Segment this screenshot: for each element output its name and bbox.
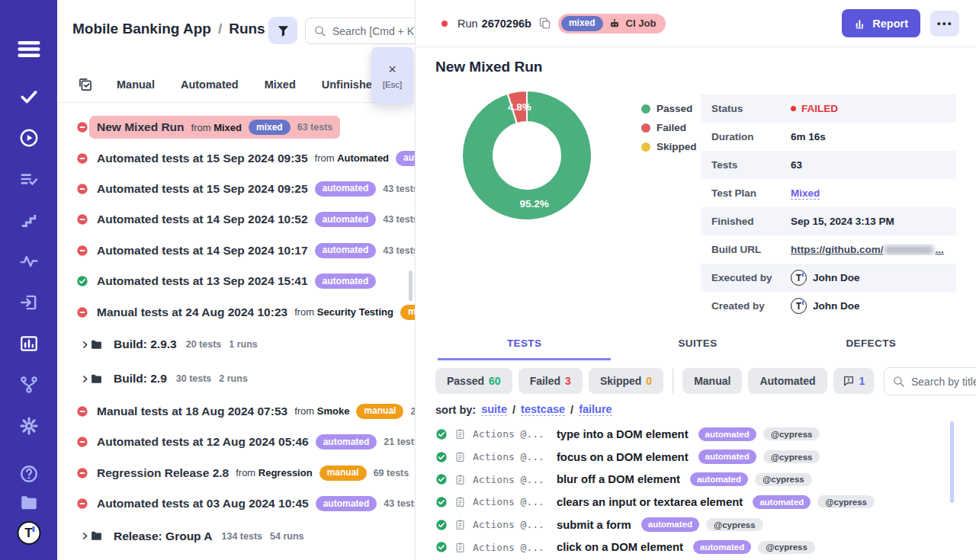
test-type-badge: automated bbox=[690, 472, 748, 486]
run-title: Automated tests at 12 Aug 2024 05:46 bbox=[97, 435, 309, 449]
run-type-badge: manual bbox=[356, 404, 403, 419]
info-label: Finished bbox=[711, 216, 791, 227]
sort-by-suite[interactable]: suite bbox=[481, 403, 507, 416]
test-row[interactable]: Actions @...focus on a DOM elementautoma… bbox=[435, 446, 976, 469]
sidebar-item-gear[interactable] bbox=[19, 416, 39, 438]
chevron-right-icon[interactable] bbox=[80, 531, 90, 541]
tab-automated[interactable]: Automated bbox=[181, 78, 239, 91]
run-list-item[interactable]: Automated tests at 14 Sep 2024 10:17auto… bbox=[57, 235, 415, 266]
run-list-item[interactable]: Automated tests at 12 Aug 2024 05:46auto… bbox=[57, 427, 415, 457]
escape-button[interactable]: × [Esc] bbox=[371, 47, 413, 104]
info-value: 63 bbox=[791, 159, 802, 171]
folder-tests-count: 134 tests bbox=[222, 531, 263, 542]
run-title: Manual tests at 18 Aug 2024 07:53 bbox=[97, 405, 287, 418]
sidebar-item-activity[interactable] bbox=[19, 251, 39, 274]
test-row[interactable]: Actions @...submit a formautomated@cypre… bbox=[435, 514, 976, 536]
sidebar-item-branch[interactable] bbox=[19, 375, 39, 397]
run-list-item[interactable]: Automated tests at 13 Sep 2024 15:41auto… bbox=[57, 266, 415, 296]
report-button[interactable]: Report bbox=[842, 9, 920, 37]
chevron-right-icon[interactable] bbox=[80, 340, 90, 350]
select-runs-icon[interactable] bbox=[78, 77, 93, 92]
filter-passed-button[interactable]: Passed60 bbox=[435, 368, 512, 394]
filter-button[interactable] bbox=[268, 17, 297, 44]
redacted-url-segment bbox=[884, 245, 933, 254]
test-row[interactable]: Actions @...clears an input or textarea … bbox=[435, 491, 976, 514]
runs-scrollbar[interactable] bbox=[409, 270, 413, 301]
info-value: Sep 15, 2024 3:13 PM bbox=[791, 216, 894, 227]
folder-title: Build: 2.9.3 bbox=[114, 338, 177, 351]
folder-title: Release: Group A bbox=[114, 530, 213, 543]
test-type-badge: automated bbox=[698, 427, 756, 441]
run-type-badge: automated bbox=[315, 274, 377, 289]
branch-icon bbox=[19, 375, 39, 395]
legend-label: Skipped bbox=[657, 141, 697, 152]
test-search[interactable] bbox=[884, 367, 976, 395]
folder-row[interactable]: Build: 2.930 tests2 runs bbox=[57, 362, 415, 396]
test-row[interactable]: Actions @...type into a DOM elementautom… bbox=[435, 423, 976, 446]
breadcrumb-separator: / bbox=[218, 21, 222, 37]
report-label: Report bbox=[872, 18, 908, 30]
test-suite-name: Actions @... bbox=[473, 428, 544, 440]
test-row[interactable]: Actions @...blur off a DOM elementautoma… bbox=[435, 468, 976, 491]
sidebar-item-check[interactable] bbox=[19, 87, 39, 109]
build-url-link[interactable]: https://github.com/... bbox=[791, 244, 944, 255]
logo-icon: T bbox=[17, 521, 40, 545]
run-list-item[interactable]: Automated tests at 03 Aug 2024 10:45auto… bbox=[57, 488, 415, 519]
test-search-input[interactable] bbox=[911, 376, 976, 388]
comments-filter-button[interactable]: 1 bbox=[833, 368, 875, 394]
sidebar-item-steps[interactable] bbox=[19, 210, 39, 232]
sort-by-testcase[interactable]: testcase bbox=[521, 403, 565, 416]
sidebar-item-login[interactable] bbox=[19, 293, 39, 315]
breadcrumb-project[interactable]: Mobile Banking App bbox=[72, 21, 211, 37]
tab-suites[interactable]: SUITES bbox=[611, 338, 784, 360]
test-row[interactable]: Actions @...click on a DOM elementautoma… bbox=[435, 536, 976, 558]
more-actions-button[interactable]: ●●● bbox=[930, 11, 959, 37]
filter-manual-button[interactable]: Manual bbox=[682, 368, 742, 394]
run-list-item[interactable]: Automated tests at 15 Sep 2024 09:35from… bbox=[57, 142, 415, 173]
filter-skipped-button[interactable]: Skipped0 bbox=[589, 368, 663, 394]
info-text: Sep 15, 2024 3:13 PM bbox=[791, 216, 894, 227]
info-row-executed-by: Executed byTJohn Doe bbox=[701, 264, 956, 292]
status-failed: FAILED bbox=[791, 103, 838, 114]
tab-defects[interactable]: DEFECTS bbox=[785, 338, 958, 360]
tab-tests[interactable]: TESTS bbox=[438, 338, 611, 360]
run-list-item[interactable]: Manual tests at 18 Aug 2024 07:53from Sm… bbox=[57, 396, 415, 427]
sidebar-item-help[interactable] bbox=[19, 464, 39, 486]
tab-mixed[interactable]: Mixed bbox=[265, 78, 296, 91]
sidebar-item-bar-chart[interactable] bbox=[19, 334, 39, 356]
run-list-item[interactable]: Automated tests at 14 Sep 2024 10:52auto… bbox=[57, 204, 415, 235]
run-list-item[interactable]: Regression Release 2.8from Regressionman… bbox=[57, 458, 415, 488]
runs-search[interactable] bbox=[305, 18, 416, 44]
chevron-right-icon[interactable] bbox=[80, 374, 90, 384]
run-title: New Mixed Run bbox=[435, 59, 542, 75]
sidebar-item-folder[interactable] bbox=[19, 493, 39, 515]
run-tests-count: 43 tests bbox=[384, 498, 415, 509]
filter-automated-button[interactable]: Automated bbox=[748, 368, 827, 394]
sidebar-item-menu[interactable] bbox=[16, 37, 41, 64]
run-list-item[interactable]: Automated tests at 15 Sep 2024 09:25auto… bbox=[57, 174, 415, 204]
tab-unfinished[interactable]: Unfinished bbox=[322, 78, 379, 91]
sidebar-item-play-circle[interactable] bbox=[19, 128, 39, 150]
run-list-item[interactable]: Manual tests at 24 Aug 2024 10:23from Se… bbox=[57, 296, 415, 327]
filter-failed-button[interactable]: Failed3 bbox=[518, 368, 583, 394]
check-circle-icon bbox=[435, 541, 448, 553]
legend-label: Failed bbox=[657, 122, 686, 133]
check-circle-icon bbox=[435, 473, 448, 485]
sidebar-item-logo[interactable]: T bbox=[17, 521, 40, 545]
folder-row[interactable]: Release: Group A134 tests54 runs bbox=[57, 519, 415, 553]
tab-manual[interactable]: Manual bbox=[117, 78, 155, 91]
sort-by-failure[interactable]: failure bbox=[579, 403, 612, 416]
runs-search-input[interactable] bbox=[332, 25, 416, 37]
login-icon bbox=[19, 293, 39, 312]
folder-row[interactable]: Build: 2.9.320 tests1 runs bbox=[57, 328, 415, 362]
sidebar-item-list-check[interactable] bbox=[19, 169, 39, 191]
run-item-body: Manual tests at 18 Aug 2024 07:53from Sm… bbox=[89, 400, 415, 423]
run-list-item[interactable]: New Mixed Runfrom Mixedmixed63 tests bbox=[57, 112, 415, 142]
folder-small-icon bbox=[90, 530, 103, 542]
info-value: TJohn Doe bbox=[791, 270, 860, 286]
run-from-plan: Security Testing bbox=[317, 306, 393, 318]
test-plan-link[interactable]: Mixed bbox=[791, 187, 820, 200]
tests-scrollbar[interactable] bbox=[950, 421, 954, 503]
copy-run-id-button[interactable] bbox=[538, 17, 551, 30]
run-tests-count: 20 tests bbox=[410, 406, 415, 417]
